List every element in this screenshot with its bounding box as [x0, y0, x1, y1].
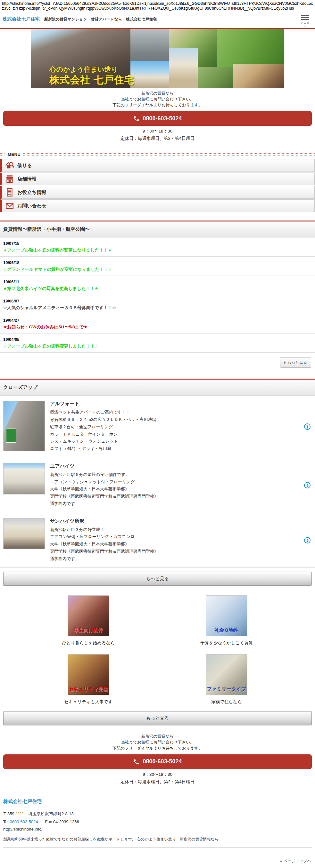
footer-company-info: 株式会社七戸住宅 〒359-1111 埼玉県所沢市緑町2-8-13 Tel.08… [0, 790, 315, 849]
hero-collage-image: 心のかよう住まい造り 株式会社 七戸住宅 [31, 29, 284, 88]
news-date: 19/06/07 [3, 299, 312, 303]
cta-line1: 新所沢の賃貸なら [0, 734, 315, 739]
property-card[interactable]: ユアハイツ 新所沢西口駅６分の環境の良い物件です。 エアコン・ウォシュレット付・… [0, 458, 315, 513]
category-tile-no-keymoney[interactable]: 礼金０物件 予算を少なくかしこく賃貸 [158, 595, 296, 646]
category-tile-security[interactable]: セキュリティ完備 セキュリティも大事です [19, 654, 158, 705]
menu-item-label: 店舗情報 [17, 176, 36, 182]
property-desc-line: エアコン完備・床フローリング・ガスコンロ [50, 533, 293, 540]
categories-more-button[interactable]: もっと見る [3, 711, 312, 725]
property-desc-line: 専門学校《西武医療技術専門学校＆西武調理師専門学校》 [50, 548, 293, 555]
category-tile-students[interactable]: 学生向け物件 ひとり暮らしを始めるなら [19, 595, 158, 646]
property-desc-line: エアコン・ウォシュレット付・フローリング [50, 478, 293, 486]
hero-catchcopy: 心のかよう住まい造り [50, 65, 118, 74]
menu-item-useful-info[interactable]: お役立ち情報 [0, 186, 315, 199]
news-title[interactable]: ☆グランドールヤマトの賃料が変更になりました！！☆ [3, 267, 312, 272]
brand-link[interactable]: 株式会社七戸住宅 [3, 16, 40, 22]
news-title[interactable]: ★第２北久米ハイツの写真を更新しました！！★ [3, 286, 312, 291]
property-desc-line: システムキッチン・ウォシュレット [50, 438, 293, 445]
news-item[interactable]: 19/06/18 ☆グランドールヤマトの賃料が変更になりました！！☆ [0, 257, 315, 276]
cta-text: 新所沢の賃貸なら 当社までお気軽にお問い合わせ下さい。 下記のフリーダイヤルより… [0, 731, 315, 752]
menu-heading: MENU [0, 152, 315, 157]
menu-item-contact[interactable]: お問い合わせ [0, 199, 315, 212]
news-item[interactable]: 19/04/27 ★お知らせ：GWのお休みは5/1〜5/8まで★ [0, 314, 315, 334]
chevron-right-circle-icon: ❯ [304, 537, 311, 544]
news-more-button[interactable]: もっと見る [280, 357, 311, 368]
property-name: アルフォート [50, 401, 293, 407]
free-dial-button[interactable]: 0800-603-5024 [3, 111, 312, 126]
category-tile-family[interactable]: ファミリータイプ 家族で住むなら [158, 654, 296, 705]
property-desc-line: カラーＴＶモニター付インターホン [50, 431, 293, 438]
property-desc-line: 専有面積６６．２４m2の広々２ＬＤＫ・ペット専用洗場 [50, 416, 293, 424]
pagetop-wrap: ページトップへ [0, 849, 315, 868]
footer-fax: Fax.04-2939-1266 [45, 819, 79, 824]
free-dial-button[interactable]: 0800-603-5024 [3, 754, 312, 769]
category-badge: セキュリティ完備 [68, 686, 109, 692]
property-desc-line: ロフト（4帖）・デッキ・専用庭 [50, 445, 293, 453]
category-caption: セキュリティも大事です [19, 699, 158, 705]
hero-photo-plants [198, 67, 233, 88]
triangle-right-icon [284, 361, 286, 364]
phone-number: 0800-603-5024 [143, 115, 182, 122]
property-card[interactable]: アルフォート 築浅ペット共生アパートのご案内です！！ 専有面積６６．２４m2の広… [0, 396, 315, 458]
footer-description: 創業昭和50年以来培った経験であなたのお部屋探しを徹底サポートします。 心のかよ… [3, 837, 312, 847]
property-arrow[interactable]: ❯ [304, 401, 312, 453]
news-title[interactable]: ★フォーブル狭山ヶ丘の賃料が変更になりました！！★ [3, 247, 312, 253]
category-caption: 予算を少なくかしこく賃貸 [158, 640, 296, 646]
news-date: 19/06/11 [3, 279, 312, 284]
business-hours: 9：30〜18：30 定休日：毎週水曜日、第2・第4日曜日 [0, 771, 315, 790]
menu-item-label: お問い合わせ [17, 203, 47, 209]
news-date: 19/06/18 [3, 260, 312, 265]
news-item[interactable]: 19/06/11 ★第２北久米ハイツの写真を更新しました！！★ [0, 276, 315, 295]
news-list: 19/07/15 ★フォーブル狭山ヶ丘の賃料が変更になりました！！★ 19/06… [0, 238, 315, 353]
menu-item-shop-info[interactable]: 店舗情報 [0, 173, 315, 185]
property-arrow[interactable]: ❯ [304, 463, 312, 507]
menu-item-borrow[interactable]: 借りる [0, 159, 315, 172]
property-desc-line: 通学圏内です。 [50, 555, 293, 563]
cta-line3: 下記のフリーダイヤルよりお待ちしております。 [0, 745, 315, 751]
news-item[interactable]: 19/04/05 ☆フォーブル狭山ヶ丘の賃料変更しました！！☆ [0, 334, 315, 353]
menu-heading-label: MENU [5, 152, 23, 157]
news-item[interactable]: 19/07/15 ★フォーブル狭山ヶ丘の賃料が変更になりました！！★ [0, 238, 315, 257]
hamburger-menu-button[interactable]: メニュー [299, 14, 311, 29]
hero-company-name: 株式会社 七戸住宅 [50, 73, 135, 87]
category-image-cat: セキュリティ完備 [67, 654, 109, 695]
main-menu: 借りる 店舗情報 お役立ち情報 お問い合わせ [0, 159, 315, 212]
shop-icon [4, 174, 15, 184]
tel-prefix: Tel. [3, 819, 10, 824]
hero-photo-apartment [169, 48, 198, 88]
category-badge: ファミリータイプ [206, 686, 247, 692]
property-arrow[interactable]: ❯ [304, 518, 312, 563]
category-image-calculator: 礼金０物件 [206, 595, 248, 636]
news-more-wrap: もっと見る [0, 353, 315, 371]
news-section-heading: 賃貸情報〜新所沢・小手指・航空公園〜 [0, 220, 315, 238]
mail-icon [4, 201, 15, 211]
category-image-students: 学生向け物件 [67, 595, 109, 636]
closeup-section-heading: クローズアップ [0, 379, 315, 396]
phone-icon [133, 115, 140, 122]
category-tiles: 学生向け物件 ひとり暮らしを始めるなら 礼金０物件 予算を少なくかしこく賃貸 セ… [0, 590, 315, 707]
news-title[interactable]: ★お知らせ：GWのお休みは5/1〜5/8まで★ [3, 324, 312, 330]
cta-line1: 新所沢の賃貸なら [0, 91, 315, 96]
hero-photo-turtle [233, 64, 284, 88]
footer-telfax: Tel.0800-603-5024Fax.04-2939-1266 [3, 819, 312, 824]
news-title[interactable]: ☆人気のシャルルアメニティー３０８号募集中です！！☆ [3, 305, 312, 311]
category-caption: ひとり暮らしを始めるなら [19, 640, 158, 646]
category-caption: 家族で住むなら [158, 699, 296, 705]
footer-tel-link[interactable]: 0800-603-5024 [10, 819, 38, 824]
phone-icon [133, 758, 140, 765]
closeup-more-button[interactable]: もっと見る [3, 571, 312, 586]
news-more-label: もっと見る [287, 360, 307, 365]
footer-brand-link[interactable]: 株式会社七戸住宅 [3, 799, 42, 804]
news-item[interactable]: 19/06/07 ☆人気のシャルルアメニティー３０８号募集中です！！☆ [0, 295, 315, 314]
property-card[interactable]: サンハイツ所沢 新所沢駅西口３分の好立地！ エアコン完備・床フローリング・ガスコ… [0, 513, 315, 568]
property-photo [3, 518, 45, 549]
news-title[interactable]: ☆フォーブル狭山ヶ丘の賃料変更しました！！☆ [3, 343, 312, 349]
category-badge: 学生向け物件 [68, 627, 109, 633]
menu-item-label: 借りる [17, 163, 32, 169]
chevron-right-circle-icon: ❯ [304, 482, 311, 488]
property-body: アルフォート 築浅ペット共生アパートのご案内です！！ 専有面積６６．２４m2の広… [45, 401, 304, 453]
holiday-note: 定休日：毎週水曜日、第2・第4日曜日 [0, 778, 315, 786]
cta-line2: 当社までお気軽にお問い合わせ下さい。 [0, 739, 315, 745]
hero-photo-house-sky [131, 61, 169, 88]
page-top-link[interactable]: ページトップへ [280, 859, 311, 863]
